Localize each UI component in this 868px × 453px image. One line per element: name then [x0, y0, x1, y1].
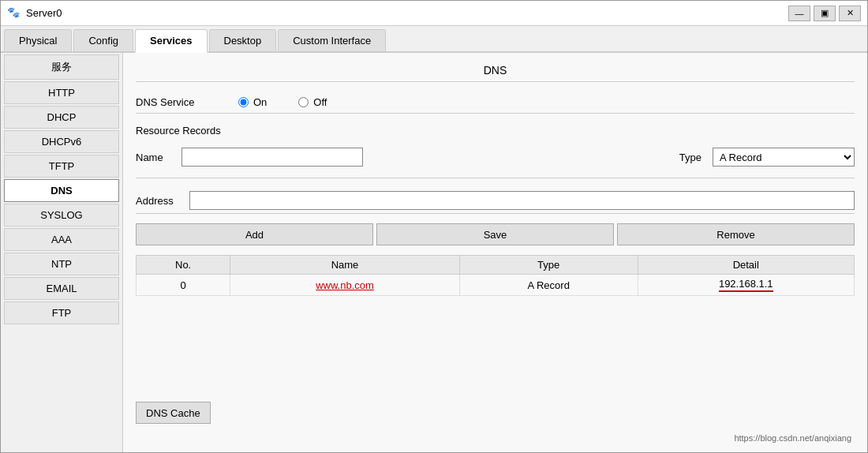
dns-service-label: DNS Service	[136, 96, 238, 108]
save-button[interactable]: Save	[376, 223, 614, 245]
col-header-no: No.	[137, 256, 230, 275]
table-row[interactable]: 0www.nb.comA Record192.168.1.1	[137, 275, 855, 296]
content-area: 服务 HTTP DHCP DHCPv6 TFTP DNS SYSLOG AAA …	[1, 53, 867, 452]
address-input[interactable]	[189, 191, 855, 210]
title-bar: 🐾 Server0 — ▣ ✕	[1, 1, 867, 26]
radio-off[interactable]	[298, 97, 309, 107]
name-label: Name	[136, 152, 175, 163]
sidebar-item-ftp[interactable]: FTP	[4, 301, 119, 324]
cell-type: A Record	[459, 275, 638, 296]
col-header-name: Name	[230, 256, 460, 275]
dns-cache-button[interactable]: DNS Cache	[136, 402, 211, 424]
address-label: Address	[136, 195, 183, 207]
radio-on-label: On	[253, 96, 267, 108]
tab-desktop[interactable]: Desktop	[209, 29, 277, 51]
col-header-detail: Detail	[638, 256, 854, 275]
type-label: Type	[679, 152, 702, 163]
cell-no: 0	[137, 275, 230, 296]
sidebar: 服务 HTTP DHCP DHCPv6 TFTP DNS SYSLOG AAA …	[1, 53, 123, 452]
sidebar-item-aaa[interactable]: AAA	[4, 228, 119, 251]
radio-on-option[interactable]: On	[238, 96, 267, 108]
remove-button[interactable]: Remove	[617, 223, 855, 245]
dns-service-row: DNS Service On Off	[136, 92, 855, 114]
tabs-bar: Physical Config Services Desktop Custom …	[1, 26, 867, 53]
sidebar-item-http[interactable]: HTTP	[4, 81, 119, 104]
records-table: No. Name Type Detail 0www.nb.comA Record…	[136, 255, 855, 296]
window-controls: — ▣ ✕	[788, 6, 861, 21]
bottom-btn-row: DNS Cache	[136, 397, 855, 425]
name-underline	[136, 178, 855, 178]
sidebar-item-tftp[interactable]: TFTP	[4, 155, 119, 178]
radio-off-option[interactable]: Off	[298, 96, 327, 108]
watermark: https://blog.csdn.net/anqixiang	[136, 432, 855, 444]
radio-on[interactable]	[238, 97, 249, 107]
sidebar-item-ntp[interactable]: NTP	[4, 253, 119, 275]
button-row: Add Save Remove	[136, 220, 855, 249]
name-input[interactable]	[181, 148, 363, 167]
title-bar-left: 🐾 Server0	[7, 6, 62, 21]
radio-off-label: Off	[313, 96, 327, 108]
cell-detail: 192.168.1.1	[638, 275, 854, 296]
add-button[interactable]: Add	[136, 223, 373, 245]
window-title: Server0	[26, 7, 62, 19]
sidebar-item-email[interactable]: EMAIL	[4, 277, 119, 300]
address-row: Address	[136, 188, 855, 214]
name-type-row: Name Type A Record AAAA Record CNAME Rec…	[136, 144, 855, 170]
tab-custom-interface[interactable]: Custom Interface	[278, 29, 386, 51]
tab-physical[interactable]: Physical	[4, 29, 72, 51]
cell-name: www.nb.com	[230, 275, 460, 296]
sidebar-item-dhcp[interactable]: DHCP	[4, 106, 119, 129]
app-icon: 🐾	[7, 6, 21, 21]
minimize-button[interactable]: —	[788, 6, 810, 21]
table-header-row: No. Name Type Detail	[137, 256, 855, 275]
main-window: 🐾 Server0 — ▣ ✕ Physical Config Services…	[0, 0, 868, 453]
restore-button[interactable]: ▣	[814, 6, 836, 21]
dns-service-radio-group: On Off	[238, 96, 855, 108]
tab-services[interactable]: Services	[135, 29, 208, 53]
sidebar-scroll: 服务 HTTP DHCP DHCPv6 TFTP DNS SYSLOG AAA …	[1, 53, 122, 452]
sidebar-item-syslog[interactable]: SYSLOG	[4, 204, 119, 226]
resource-records-header: Resource Records	[136, 120, 855, 138]
main-panel: DNS DNS Service On Off Resource Records	[123, 53, 867, 452]
tab-config[interactable]: Config	[73, 29, 133, 51]
col-header-type: Type	[459, 256, 638, 275]
close-button[interactable]: ✕	[839, 6, 861, 21]
sidebar-item-services[interactable]: 服务	[4, 54, 119, 80]
sidebar-item-dns[interactable]: DNS	[4, 179, 119, 202]
type-select[interactable]: A Record AAAA Record CNAME Record MX Rec…	[713, 148, 855, 167]
panel-title: DNS	[136, 61, 855, 82]
sidebar-item-dhcpv6[interactable]: DHCPv6	[4, 130, 119, 153]
